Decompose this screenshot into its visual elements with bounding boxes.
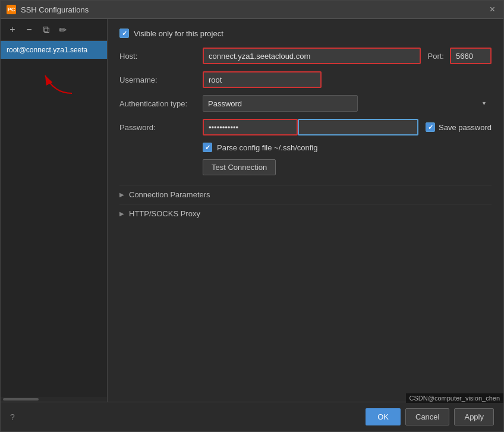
ok-button[interactable]: OK — [366, 408, 401, 425]
password-label: Password: — [119, 123, 203, 132]
dialog-title: SSH Configurations — [21, 5, 487, 14]
visible-checkbox[interactable] — [119, 29, 129, 38]
connection-params-chevron: ▶ — [119, 191, 124, 198]
title-bar: PC SSH Configurations × — [1, 1, 503, 19]
password-row: Password: Save password — [119, 119, 492, 135]
save-password-checkbox[interactable] — [426, 122, 435, 132]
sidebar-item-server[interactable]: root@connect.yza1.seeta — [1, 41, 107, 59]
watermark: CSDN@computer_vision_chen — [406, 393, 503, 403]
save-password-label: Save password — [439, 123, 492, 132]
username-row: Username: — [119, 71, 492, 88]
cancel-button[interactable]: Cancel — [405, 408, 449, 425]
visible-label: Visible only for this project — [134, 29, 223, 38]
copy-button[interactable]: ⧉ — [39, 23, 53, 37]
sidebar: + − ⧉ ✏ root@connect.yza1.seeta — [1, 19, 108, 402]
action-buttons: OK Cancel Apply — [366, 408, 494, 425]
host-input[interactable] — [203, 48, 421, 64]
main-content: + − ⧉ ✏ root@connect.yza1.seeta — [1, 19, 503, 402]
http-proxy-chevron: ▶ — [119, 210, 124, 217]
test-btn-row: Test Connection — [203, 159, 492, 175]
parse-config-row: Parse config file ~/.ssh/config — [203, 143, 492, 152]
port-input[interactable] — [450, 48, 492, 64]
password-input-rest[interactable] — [298, 119, 418, 135]
edit-button[interactable]: ✏ — [55, 23, 70, 37]
sidebar-scrollbar[interactable] — [1, 397, 107, 402]
add-button[interactable]: + — [5, 23, 20, 37]
http-proxy-label: HTTP/SOCKS Proxy — [129, 209, 200, 218]
auth-type-label: Authentication type: — [119, 99, 203, 108]
test-connection-button[interactable]: Test Connection — [203, 159, 276, 175]
auth-type-row: Authentication type: Password Key pair O… — [119, 95, 492, 112]
port-group: Port: — [428, 48, 492, 64]
password-inputs — [203, 119, 418, 135]
remove-button[interactable]: − — [22, 23, 36, 37]
close-button[interactable]: × — [487, 4, 497, 15]
help-button[interactable]: ? — [10, 412, 15, 422]
auth-type-wrapper: Password Key pair OpenSSH config and aut… — [203, 95, 492, 112]
password-input[interactable] — [203, 119, 298, 135]
connection-params-label: Connection Parameters — [129, 190, 210, 199]
right-panel: Visible only for this project Host: Port… — [108, 19, 503, 402]
bottom-bar: ? OK Cancel Apply — [1, 402, 503, 431]
dialog: PC SSH Configurations × + − ⧉ ✏ root@con… — [0, 0, 504, 432]
host-row: Host: Port: — [119, 48, 492, 64]
parse-config-label: Parse config file ~/.ssh/config — [217, 143, 317, 152]
parse-config-checkbox[interactable] — [203, 143, 212, 152]
http-proxy-section[interactable]: ▶ HTTP/SOCKS Proxy — [119, 204, 492, 223]
host-label: Host: — [119, 52, 203, 61]
sidebar-toolbar: + − ⧉ ✏ — [1, 19, 107, 41]
connection-params-section[interactable]: ▶ Connection Parameters — [119, 185, 492, 204]
app-icon: PC — [7, 5, 16, 14]
auth-type-select[interactable]: Password Key pair OpenSSH config and aut… — [203, 95, 358, 112]
username-input[interactable] — [203, 71, 322, 88]
save-password-group: Save password — [426, 122, 492, 132]
apply-button[interactable]: Apply — [454, 408, 494, 425]
visible-row: Visible only for this project — [119, 29, 492, 38]
port-label: Port: — [428, 52, 444, 61]
username-label: Username: — [119, 75, 203, 84]
